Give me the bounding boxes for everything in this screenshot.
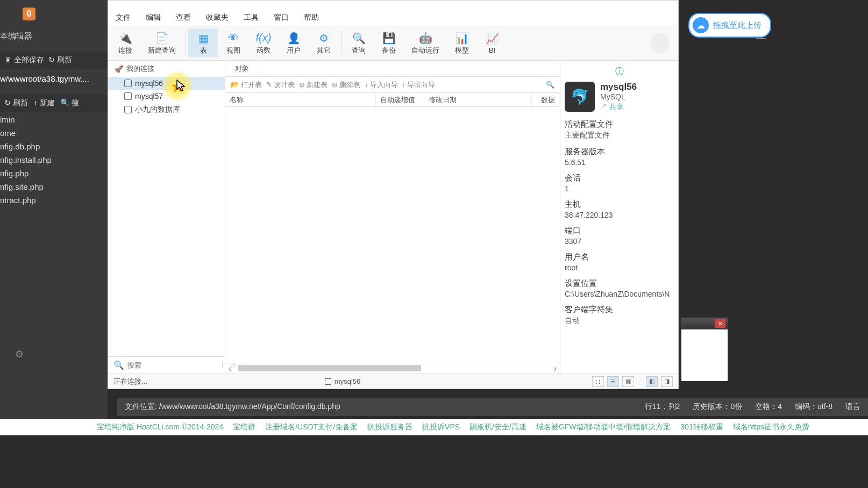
action-delete-table[interactable]: ⊖ 删除表: [332, 80, 360, 90]
panel-left-icon[interactable]: ◧: [646, 376, 658, 387]
refresh-button-2[interactable]: ↻ 刷新: [4, 98, 28, 108]
new-button[interactable]: + 新建: [33, 98, 55, 108]
footer-link[interactable]: 注册域名/USDT支付/免备案: [265, 422, 358, 432]
cloud-icon: ☁: [693, 17, 709, 33]
spaces[interactable]: 空格：4: [755, 402, 782, 412]
toolbar-user[interactable]: 👤用户: [279, 28, 309, 58]
connection-mysql57[interactable]: mysql57: [108, 90, 225, 103]
file-item[interactable]: ome: [0, 128, 52, 138]
connection-mysql56[interactable]: mysql56: [108, 77, 225, 90]
user-avatar[interactable]: [650, 33, 670, 53]
menu-view[interactable]: 查看: [176, 13, 191, 23]
action-open-table[interactable]: 📂 打开表: [231, 80, 262, 90]
filter-icon[interactable]: ⫶: [221, 361, 225, 369]
action-bar: 📂 打开表 ✎ 设计表 ⊕ 新建表 ⊖ 删除表 ↓ 导入向导 ↑ 导出向导 🔍: [225, 77, 560, 93]
connection-xiaojiu[interactable]: 小九的数据库: [108, 103, 225, 117]
info-value: 1: [565, 184, 674, 193]
menu-window[interactable]: 窗口: [274, 13, 289, 23]
background-editor: 0 本编辑器 🗎 全部保存 ↻ 刷新 w/wwwroot/a38.tgymw..…: [0, 0, 108, 419]
view-grid-icon[interactable]: ▦: [622, 376, 634, 387]
refresh-button[interactable]: ↻ 刷新: [48, 55, 72, 65]
scroll-left-icon[interactable]: ‹: [225, 364, 234, 374]
lang[interactable]: 语言: [845, 402, 860, 412]
editor-badge: 0: [23, 8, 35, 20]
toolbar-model[interactable]: 📊模型: [447, 28, 477, 58]
db-icon: [124, 92, 132, 100]
action-design-table[interactable]: ✎ 设计表: [266, 80, 295, 90]
file-list: lmin ome nfig.db.php nfig.install.php nf…: [0, 115, 52, 205]
share-link[interactable]: ↗ 共享: [600, 102, 637, 112]
info-value: 38.47.220.123: [565, 211, 674, 219]
file-item[interactable]: nfig.db.php: [0, 142, 52, 151]
action-new-table[interactable]: ⊕ 新建表: [299, 80, 328, 90]
status-bar: 正在连接... mysql56 ⫶⫶ ☰ ▦ ◧ ◨: [108, 374, 678, 389]
info-icon[interactable]: ⓘ: [565, 66, 674, 77]
col-data[interactable]: 数据: [532, 93, 560, 106]
encoding[interactable]: 编码：utf-8: [795, 402, 833, 412]
toolbar-bi[interactable]: 📈BI: [477, 29, 507, 56]
view-grid-small-icon[interactable]: ⫶⫶: [592, 376, 604, 387]
toolbar-function[interactable]: f(x)函数: [248, 28, 279, 58]
search-icon[interactable]: 🔍: [546, 81, 554, 89]
footer-link[interactable]: 域名https证书永久免费: [733, 422, 809, 432]
close-icon[interactable]: ✕: [715, 319, 725, 328]
scroll-thumb[interactable]: [238, 365, 421, 371]
file-item[interactable]: lmin: [0, 115, 52, 124]
toolbar-connection[interactable]: 🔌连接: [110, 28, 140, 58]
column-headers: 名称 自动递增值 修改日期 数据: [225, 93, 560, 107]
toolbar-view[interactable]: 👁视图: [218, 28, 248, 58]
info-subtitle: MySQL: [600, 92, 637, 101]
info-value: root: [565, 263, 674, 272]
upload-badge[interactable]: ☁ 拖拽至此上传: [688, 13, 771, 38]
footer-link[interactable]: 301转移权重: [680, 422, 723, 432]
table-content: [225, 107, 560, 363]
footer-link[interactable]: 抗投诉服务器: [367, 422, 412, 432]
footer-link[interactable]: 宝塔群: [233, 422, 255, 432]
info-value: C:\Users\ZhuanZ\Documents\N: [565, 290, 674, 298]
col-name[interactable]: 名称: [225, 93, 376, 106]
search-button[interactable]: 🔍 搜: [60, 98, 79, 108]
col-auto[interactable]: 自动递增值: [376, 93, 424, 106]
col-modify[interactable]: 修改日期: [424, 93, 532, 106]
info-label: 设置位置: [565, 278, 674, 289]
editor-status-bar: 文件位置: /www/wwwroot/a38.tgymw.net/App/Con…: [117, 398, 868, 416]
popup-window: ✕: [681, 317, 728, 382]
rocket-icon: 🚀: [115, 65, 123, 73]
toolbar-other[interactable]: ⚙其它: [309, 28, 339, 58]
tab-objects[interactable]: 对象: [225, 61, 259, 76]
menu-tools[interactable]: 工具: [244, 13, 259, 23]
menu-help[interactable]: 帮助: [304, 13, 319, 23]
footer-link[interactable]: 域名被GFW墙/移动墙中墙/假墙解决方案: [536, 422, 671, 432]
toolbar-new-query[interactable]: 📄新建查询: [140, 28, 183, 58]
menu-edit[interactable]: 编辑: [146, 13, 161, 23]
toolbar-backup[interactable]: 💾备份: [374, 28, 404, 58]
file-item[interactable]: nfig.install.php: [0, 155, 52, 164]
toolbar-auto-run[interactable]: 🤖自动运行: [404, 28, 447, 58]
info-label: 服务器版本: [565, 147, 674, 157]
view-list-icon[interactable]: ☰: [607, 376, 619, 387]
save-all-button[interactable]: 🗎 全部保存: [4, 55, 44, 65]
menu-bar: 文件 编辑 查看 收藏夹 工具 窗口 帮助: [108, 10, 678, 25]
menu-file[interactable]: 文件: [116, 13, 131, 23]
file-item[interactable]: ntract.php: [0, 196, 52, 205]
footer-link[interactable]: 抗投诉VPS: [422, 422, 460, 432]
action-import[interactable]: ↓ 导入向导: [365, 80, 398, 90]
settings-icon[interactable]: ⚙: [15, 348, 24, 360]
action-export[interactable]: ↑ 导出向导: [402, 80, 436, 90]
file-item[interactable]: nfig.site.php: [0, 182, 52, 191]
footer-link[interactable]: 跳板机/安全/高速: [469, 422, 527, 432]
info-title: mysql56: [600, 82, 637, 92]
horizontal-scrollbar[interactable]: ‹ ›: [225, 363, 560, 374]
toolbar-query[interactable]: 🔍查询: [344, 28, 374, 58]
file-location: 文件位置: /www/wwwroot/a38.tgymw.net/App/Con…: [125, 402, 340, 412]
file-item[interactable]: nfig.php: [0, 169, 52, 178]
info-label: 会话: [565, 173, 674, 183]
toolbar-table[interactable]: ▦表: [188, 28, 218, 58]
menu-favorites[interactable]: 收藏夹: [206, 13, 229, 23]
history[interactable]: 历史版本：0份: [693, 402, 742, 412]
search-input[interactable]: [127, 361, 218, 369]
scroll-right-icon[interactable]: ›: [551, 364, 560, 374]
panel-right-icon[interactable]: ◨: [661, 376, 673, 387]
info-value: 自动: [565, 316, 674, 326]
db-icon: [325, 378, 331, 385]
